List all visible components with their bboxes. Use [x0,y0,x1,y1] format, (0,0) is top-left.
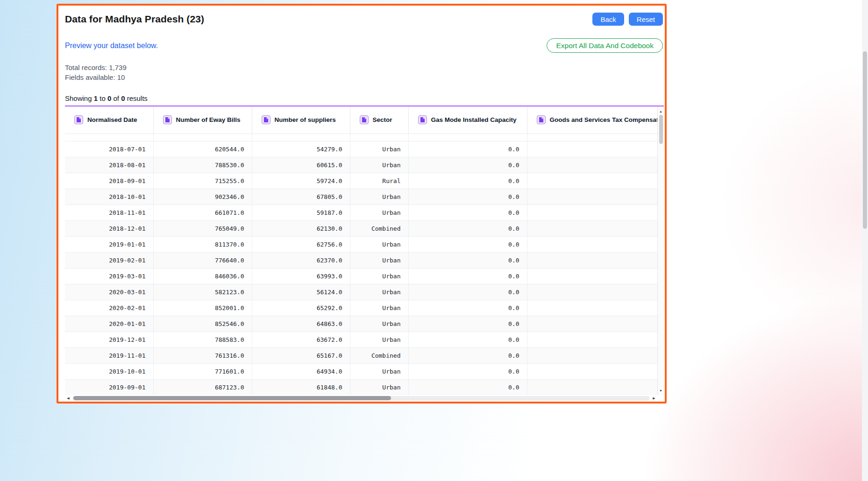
table-cell: 0.0 [408,205,527,220]
table-row: 2018-11-01661071.059187.0Urban0.0 [65,205,657,220]
table-cell: 0.0 [408,379,527,395]
reset-button[interactable]: Reset [629,13,663,26]
table-cell: Combined [350,220,408,236]
data-table-area: Normalised DateNumber of Eway BillsNumbe… [65,106,664,401]
dataset-preview-card: Data for Madhya Pradesh (23) Back Reset … [57,4,667,403]
table-cell: 2018-11-01 [65,205,153,220]
table-cell: Urban [350,205,408,220]
table-cell [527,363,657,379]
table-cell: 2019-03-01 [65,268,153,284]
table-cell: 0.0 [408,332,527,347]
table-cell: Combined [350,347,408,363]
document-icon [537,115,546,124]
table-cell [527,141,657,157]
results-total: 0 [121,94,125,102]
table-cell: 64934.0 [252,363,350,379]
table-cell: 687123.0 [153,379,252,395]
export-all-button[interactable]: Export All Data And Codebook [547,38,663,53]
table-cell: 661071.0 [153,205,252,220]
page-scrollbar[interactable] [862,0,868,481]
table-cell: 2019-11-01 [65,347,153,363]
scroll-up-icon[interactable]: ▲ [658,108,664,114]
table-cell: 62370.0 [252,252,350,268]
table-cell: 0.0 [408,316,527,332]
table-cell: Urban [350,300,408,316]
table-cell: 56124.0 [252,284,350,300]
dataset-stats: Total records: 1,739 Fields available: 1… [65,63,665,82]
vertical-scroll-thumb[interactable] [659,115,663,144]
horizontal-scroll-track[interactable] [72,396,650,401]
table-cell: Urban [350,379,408,395]
table-cell: 62130.0 [252,220,350,236]
card-header: Data for Madhya Pradesh (23) Back Reset [65,13,663,26]
table-cell: 0.0 [408,268,527,284]
table-cell: 761316.0 [153,347,252,363]
table-cell [527,157,657,173]
table-cell: 2019-12-01 [65,332,153,347]
table-cell: Urban [350,141,408,157]
column-header-label: Gas Mode Installed Capacity [431,116,517,123]
table-cell: 0.0 [408,236,527,252]
table-row: 2018-08-01788530.060615.0Urban0.0 [65,157,657,173]
table-cell: 715255.0 [153,173,252,189]
table-cell: 2020-01-01 [65,316,153,332]
column-header: Gas Mode Installed Capacity [408,106,527,134]
table-cell [527,220,657,236]
table-cell [527,379,657,395]
table-cell: Urban [350,284,408,300]
empty-filter-cell [408,134,527,141]
table-horizontal-scrollbar[interactable]: ◀ ▶ [65,395,657,401]
table-cell: 2020-02-01 [65,300,153,316]
table-cell: 0.0 [408,141,527,157]
column-header: Sector [350,106,408,134]
table-cell: 2019-09-01 [65,379,153,395]
page-title: Data for Madhya Pradesh (23) [65,14,204,25]
empty-filter-cell [65,134,153,141]
table-cell: 2018-07-01 [65,141,153,157]
document-icon [418,115,427,124]
column-header-label: Sector [373,116,392,123]
table-cell: 59724.0 [252,173,350,189]
table-cell [527,252,657,268]
table-cell: 59187.0 [252,205,350,220]
table-cell: Rural [350,173,408,189]
document-icon [74,115,83,124]
table-cell [527,205,657,220]
horizontal-scroll-thumb[interactable] [73,396,391,400]
column-header-label: Normalised Date [87,116,137,123]
table-cell [527,347,657,363]
column-header: Goods and Services Tax Compensation C [527,106,657,134]
table-cell: 0.0 [408,347,527,363]
table-cell: 65167.0 [252,347,350,363]
page-scroll-thumb[interactable] [863,51,867,229]
table-cell: 2020-03-01 [65,284,153,300]
table-row: 2019-09-01687123.061848.0Urban0.0 [65,379,657,395]
results-of-word: of [113,94,119,102]
scroll-down-icon[interactable]: ▼ [658,387,664,394]
table-cell: 0.0 [408,284,527,300]
table-cell [527,316,657,332]
table-cell: 62756.0 [252,236,350,252]
table-cell: 60615.0 [252,157,350,173]
table-row: 2020-02-01852001.065292.0Urban0.0 [65,300,657,316]
scroll-left-icon[interactable]: ◀ [65,395,71,401]
back-button[interactable]: Back [592,13,624,26]
table-cell: 852546.0 [153,316,252,332]
table-cell: 2018-12-01 [65,220,153,236]
table-cell: Urban [350,363,408,379]
table-cell: 2018-08-01 [65,157,153,173]
table-cell: 0.0 [408,300,527,316]
table-cell: 63672.0 [252,332,350,347]
table-row: 2018-09-01715255.059724.0Rural0.0 [65,173,657,189]
table-cell: Urban [350,268,408,284]
scroll-right-icon[interactable]: ▶ [651,395,657,401]
table-cell: 582123.0 [153,284,252,300]
table-cell: 852001.0 [153,300,252,316]
table-row: 2018-10-01902346.067805.0Urban0.0 [65,189,657,205]
preview-row: Preview your dataset below. Export All D… [65,38,663,53]
table-body: 2018-07-01620544.054279.0Urban0.02018-08… [65,134,657,395]
table-cell: 0.0 [408,220,527,236]
table-vertical-scrollbar[interactable]: ▲ ▼ [657,106,664,395]
table-header-row: Normalised DateNumber of Eway BillsNumbe… [65,106,657,134]
results-summary: Showing 1 to 0 of 0 results [65,94,665,102]
